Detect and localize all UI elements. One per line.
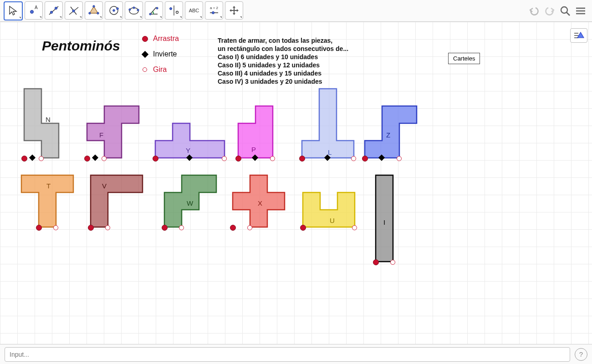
svg-point-20 bbox=[156, 7, 158, 9]
circle-center-point-tool[interactable] bbox=[105, 1, 123, 20]
rotate-handle[interactable] bbox=[390, 260, 395, 265]
svg-point-18 bbox=[137, 9, 139, 10]
svg-point-19 bbox=[149, 13, 151, 15]
svg-point-22 bbox=[170, 7, 172, 10]
piece-L-label: L bbox=[328, 148, 332, 156]
piece-V[interactable]: V bbox=[90, 175, 144, 228]
algebra-input[interactable] bbox=[5, 347, 570, 362]
perpendicular-line-tool[interactable] bbox=[65, 1, 83, 20]
polygon-tool[interactable] bbox=[85, 1, 103, 20]
undo-button[interactable] bbox=[526, 3, 542, 19]
drag-handle[interactable] bbox=[153, 156, 158, 162]
circle-three-points-tool[interactable] bbox=[125, 1, 143, 20]
svg-point-10 bbox=[97, 12, 99, 14]
piece-F-label: F bbox=[99, 131, 103, 139]
piece-L[interactable]: L bbox=[301, 88, 355, 159]
rotate-handle[interactable] bbox=[270, 156, 275, 161]
piece-Z-label: Z bbox=[386, 131, 390, 139]
move-tool[interactable] bbox=[4, 1, 23, 20]
drag-handle[interactable] bbox=[300, 225, 306, 231]
piece-U-label: U bbox=[330, 217, 335, 224]
search-button[interactable] bbox=[557, 3, 573, 19]
drag-handle[interactable] bbox=[235, 156, 241, 162]
piece-W-label: W bbox=[187, 199, 193, 207]
hamburger-menu[interactable] bbox=[573, 3, 588, 19]
reflect-tool[interactable] bbox=[165, 1, 183, 20]
drag-handle[interactable] bbox=[21, 156, 27, 162]
drag-handle[interactable] bbox=[88, 225, 94, 231]
piece-F[interactable]: F bbox=[87, 106, 140, 159]
angle-tool[interactable] bbox=[145, 1, 163, 20]
drag-handle[interactable] bbox=[230, 225, 236, 231]
line-tool[interactable] bbox=[45, 1, 63, 20]
svg-point-4 bbox=[55, 7, 57, 9]
svg-text:a = 2: a = 2 bbox=[210, 6, 219, 10]
drag-handle[interactable] bbox=[373, 259, 379, 265]
rotate-handle[interactable] bbox=[352, 225, 357, 230]
svg-text:A: A bbox=[35, 5, 38, 10]
text-tool-label: ABC bbox=[189, 8, 199, 13]
piece-Y[interactable]: Y bbox=[155, 123, 226, 159]
svg-point-23 bbox=[176, 11, 179, 13]
rotate-handle[interactable] bbox=[247, 225, 252, 230]
drag-handle[interactable] bbox=[362, 156, 368, 162]
piece-Y-label: Y bbox=[186, 147, 190, 154]
piece-X[interactable]: X bbox=[232, 175, 286, 228]
piece-N[interactable]: N bbox=[24, 88, 60, 159]
svg-point-27 bbox=[561, 7, 567, 13]
piece-W[interactable]: W bbox=[164, 175, 218, 228]
piece-P-label: P bbox=[251, 146, 256, 153]
svg-point-3 bbox=[50, 11, 52, 13]
svg-point-0 bbox=[31, 10, 34, 13]
piece-Z[interactable]: Z bbox=[364, 106, 418, 159]
piece-V-label: V bbox=[102, 182, 107, 190]
tool-buttons: A ABC bbox=[4, 1, 243, 20]
piece-T[interactable]: T bbox=[21, 175, 75, 228]
drag-handle[interactable] bbox=[162, 225, 168, 231]
piece-U[interactable]: U bbox=[302, 192, 356, 228]
input-bar: ? bbox=[0, 344, 592, 364]
piece-T-label: T bbox=[46, 182, 51, 190]
drag-handle[interactable] bbox=[36, 225, 42, 231]
point-tool[interactable]: A bbox=[25, 1, 43, 20]
piece-X-label: X bbox=[258, 199, 262, 207]
text-tool[interactable]: ABC bbox=[185, 1, 203, 20]
move-view-tool[interactable] bbox=[225, 1, 243, 20]
drag-handle[interactable] bbox=[299, 156, 305, 162]
rotate-handle[interactable] bbox=[397, 156, 402, 161]
piece-I[interactable]: I bbox=[375, 175, 394, 263]
rotate-handle[interactable] bbox=[102, 156, 107, 161]
rotate-handle[interactable] bbox=[105, 225, 110, 230]
rotate-handle[interactable] bbox=[351, 156, 356, 161]
drag-handle[interactable] bbox=[84, 156, 90, 162]
main-toolbar: A ABC bbox=[0, 0, 592, 22]
piece-P[interactable]: P bbox=[238, 106, 274, 159]
graphics-view[interactable]: Pentominós Arrastra Invierte Gira Traten… bbox=[0, 22, 592, 344]
slider-tool[interactable]: a = 2 bbox=[205, 1, 223, 20]
rotate-handle[interactable] bbox=[39, 156, 44, 161]
redo-button[interactable] bbox=[542, 3, 557, 19]
rotate-handle[interactable] bbox=[179, 225, 184, 230]
piece-N-label: N bbox=[46, 116, 51, 123]
help-button[interactable]: ? bbox=[575, 348, 587, 361]
svg-point-9 bbox=[93, 5, 95, 7]
svg-line-28 bbox=[566, 12, 570, 15]
svg-point-26 bbox=[212, 11, 214, 14]
svg-point-16 bbox=[129, 8, 131, 10]
svg-point-11 bbox=[89, 12, 91, 14]
svg-point-13 bbox=[113, 9, 115, 11]
svg-point-7 bbox=[72, 10, 75, 12]
svg-point-17 bbox=[133, 6, 135, 8]
rotate-handle[interactable] bbox=[53, 225, 58, 230]
pentomino-pieces: N F Y P bbox=[0, 22, 592, 344]
rotate-handle[interactable] bbox=[222, 156, 227, 161]
svg-point-14 bbox=[117, 7, 119, 10]
piece-I-label: I bbox=[383, 218, 385, 226]
